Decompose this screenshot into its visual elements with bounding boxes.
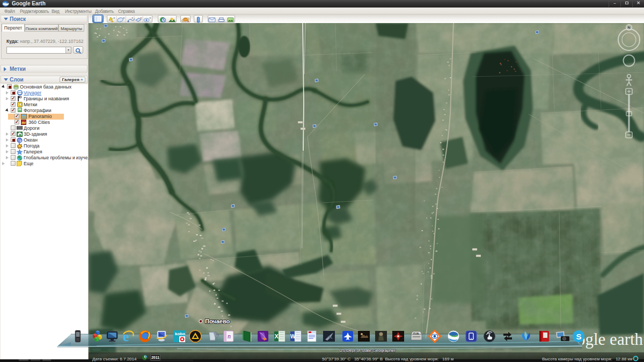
svg-text:X: X bbox=[275, 333, 279, 339]
svg-text:S: S bbox=[576, 332, 582, 341]
svg-text:N: N bbox=[627, 26, 630, 29]
svg-text:+: + bbox=[149, 16, 151, 19]
svg-text:n: n bbox=[228, 333, 231, 340]
svg-text:W: W bbox=[290, 334, 296, 339]
svg-text:+: + bbox=[113, 16, 115, 19]
svg-text:Почаево: Почаево bbox=[205, 318, 230, 324]
svg-text:+: + bbox=[123, 16, 125, 19]
svg-text:kobo: kobo bbox=[175, 331, 185, 336]
svg-text:+: + bbox=[131, 16, 134, 19]
svg-text:+: + bbox=[140, 16, 142, 19]
svg-text:FUN: FUN bbox=[413, 332, 419, 335]
